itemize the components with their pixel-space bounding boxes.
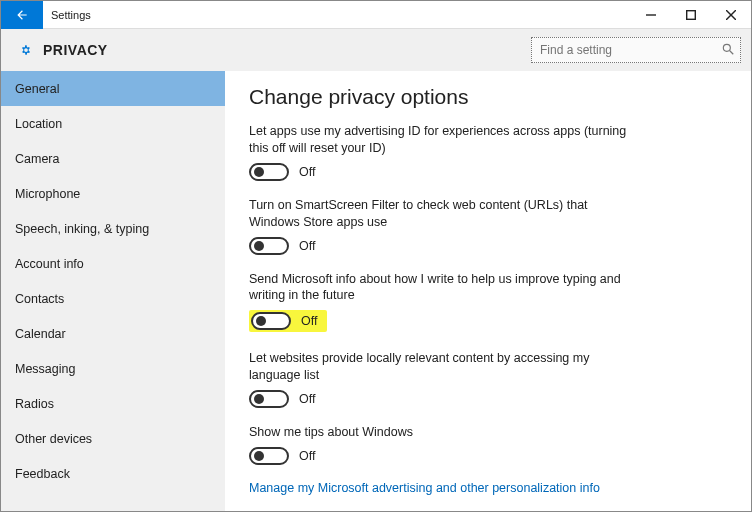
main-split: General Location Camera Microphone Speec… (1, 71, 751, 512)
link-manage-advertising[interactable]: Manage my Microsoft advertising and othe… (249, 481, 733, 495)
title-bar: Settings (1, 1, 751, 29)
sidebar-item-general[interactable]: General (1, 71, 225, 106)
sidebar-item-feedback[interactable]: Feedback (1, 456, 225, 491)
toggle-state-label: Off (299, 392, 315, 406)
svg-point-4 (723, 44, 730, 51)
toggle-knob (254, 167, 264, 177)
gear-icon (17, 41, 35, 59)
content-pane: Change privacy options Let apps use my a… (225, 71, 751, 512)
option-smartscreen: Turn on SmartScreen Filter to check web … (249, 197, 733, 255)
sidebar-item-radios[interactable]: Radios (1, 386, 225, 421)
close-button[interactable] (711, 1, 751, 29)
toggle-knob (254, 241, 264, 251)
option-send-typing-info: Send Microsoft info about how I write to… (249, 271, 733, 335)
sidebar-item-location[interactable]: Location (1, 106, 225, 141)
sidebar-item-calendar[interactable]: Calendar (1, 316, 225, 351)
sidebar-item-label: Messaging (15, 362, 75, 376)
sidebar-item-label: Calendar (15, 327, 66, 341)
close-icon (726, 10, 736, 20)
sidebar: General Location Camera Microphone Speec… (1, 71, 225, 512)
toggle-tips[interactable] (249, 447, 289, 465)
toggle-state-label: Off (299, 165, 315, 179)
toggle-state-label: Off (301, 314, 317, 328)
minimize-icon (646, 10, 656, 20)
sidebar-item-label: General (15, 82, 59, 96)
option-tips: Show me tips about Windows Off (249, 424, 733, 465)
toggle-smartscreen[interactable] (249, 237, 289, 255)
toggle-knob (254, 451, 264, 461)
sidebar-item-label: Radios (15, 397, 54, 411)
toggle-state-label: Off (299, 239, 315, 253)
toggle-state-label: Off (299, 449, 315, 463)
option-advertising-id: Let apps use my advertising ID for exper… (249, 123, 733, 181)
back-button[interactable] (1, 1, 43, 29)
sidebar-item-camera[interactable]: Camera (1, 141, 225, 176)
option-label: Let websites provide locally relevant co… (249, 350, 629, 384)
toggle-send-typing-info[interactable] (251, 312, 291, 330)
toggle-advertising-id[interactable] (249, 163, 289, 181)
sidebar-item-label: Account info (15, 257, 84, 271)
sidebar-item-contacts[interactable]: Contacts (1, 281, 225, 316)
maximize-icon (686, 10, 696, 20)
search-container (531, 37, 741, 63)
search-icon (721, 42, 735, 56)
highlight-marker: Off (249, 310, 327, 332)
sidebar-item-label: Other devices (15, 432, 92, 446)
minimize-button[interactable] (631, 1, 671, 29)
sidebar-item-account-info[interactable]: Account info (1, 246, 225, 281)
app-title: Settings (51, 9, 91, 21)
option-label: Send Microsoft info about how I write to… (249, 271, 629, 305)
sidebar-item-label: Camera (15, 152, 59, 166)
maximize-button[interactable] (671, 1, 711, 29)
sidebar-item-microphone[interactable]: Microphone (1, 176, 225, 211)
search-input[interactable] (531, 37, 741, 63)
sidebar-item-messaging[interactable]: Messaging (1, 351, 225, 386)
sidebar-item-label: Speech, inking, & typing (15, 222, 149, 236)
category-title: PRIVACY (43, 42, 108, 58)
sidebar-item-label: Microphone (15, 187, 80, 201)
option-label: Show me tips about Windows (249, 424, 629, 441)
svg-line-5 (730, 51, 734, 55)
toggle-knob (254, 394, 264, 404)
toggle-language-list[interactable] (249, 390, 289, 408)
option-language-list: Let websites provide locally relevant co… (249, 350, 733, 408)
sidebar-item-other-devices[interactable]: Other devices (1, 421, 225, 456)
sidebar-item-label: Feedback (15, 467, 70, 481)
svg-rect-1 (687, 10, 696, 19)
header-row: PRIVACY (1, 29, 751, 71)
page-title: Change privacy options (249, 85, 733, 109)
option-label: Let apps use my advertising ID for exper… (249, 123, 629, 157)
sidebar-item-speech-inking-typing[interactable]: Speech, inking, & typing (1, 211, 225, 246)
toggle-knob (256, 316, 266, 326)
option-label: Turn on SmartScreen Filter to check web … (249, 197, 629, 231)
sidebar-item-label: Contacts (15, 292, 64, 306)
sidebar-item-label: Location (15, 117, 62, 131)
window-controls (631, 1, 751, 29)
arrow-left-icon (15, 8, 29, 22)
